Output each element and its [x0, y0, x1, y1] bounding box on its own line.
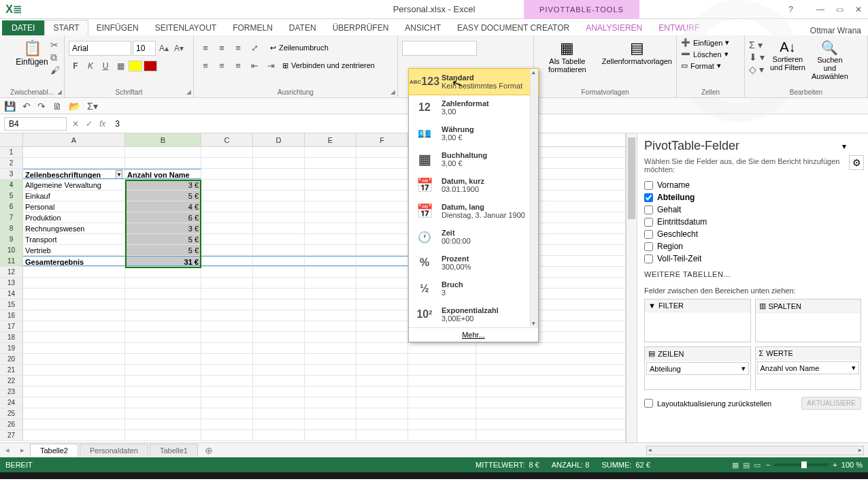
- values-drop-area[interactable]: ΣWERTE Anzahl von Name▾: [755, 346, 862, 390]
- number-format-select[interactable]: [402, 41, 477, 56]
- underline-button[interactable]: U: [99, 59, 112, 74]
- cell[interactable]: [23, 365, 125, 375]
- cell[interactable]: [305, 354, 356, 364]
- clipboard-dialog-launcher[interactable]: ◢: [57, 88, 62, 95]
- format-cells-button[interactable]: ▭Format▾: [681, 61, 740, 70]
- cell[interactable]: [253, 278, 305, 288]
- cell[interactable]: [305, 201, 356, 212]
- cell[interactable]: [356, 201, 408, 212]
- cell[interactable]: [201, 245, 253, 255]
- view-page-layout-icon[interactable]: ▤: [743, 461, 750, 470]
- cell[interactable]: [125, 147, 201, 157]
- filter-drop-area[interactable]: ▼FILTER: [644, 299, 751, 342]
- cell[interactable]: [253, 158, 305, 168]
- cell[interactable]: [23, 321, 125, 331]
- cell[interactable]: [253, 419, 305, 429]
- cell[interactable]: [305, 321, 356, 331]
- cell[interactable]: [356, 169, 408, 179]
- cell[interactable]: [305, 310, 356, 321]
- cell[interactable]: [356, 267, 408, 277]
- copy-icon[interactable]: ⧉: [50, 52, 60, 63]
- cell[interactable]: [201, 408, 253, 419]
- row-header-14[interactable]: 14: [0, 289, 23, 299]
- cell[interactable]: [23, 354, 125, 364]
- cell[interactable]: [253, 223, 305, 233]
- find-select-button[interactable]: 🔍 Suchen und Auswählen: [811, 39, 849, 80]
- qat-open-icon[interactable]: 📂: [69, 101, 80, 112]
- insert-cells-button[interactable]: ➕Einfügen▾: [681, 38, 740, 47]
- fx-icon[interactable]: fx: [99, 119, 105, 129]
- col-header-a[interactable]: A: [23, 133, 125, 146]
- cell[interactable]: [125, 158, 201, 168]
- cell[interactable]: [253, 321, 305, 331]
- cell[interactable]: [253, 310, 305, 321]
- clear-icon[interactable]: ◇ ▾: [749, 64, 765, 75]
- cell[interactable]: [23, 430, 125, 440]
- cell-styles-button[interactable]: ▤ Zellenformatvorlagen: [602, 39, 672, 74]
- cell[interactable]: [356, 376, 408, 386]
- font-color-button[interactable]: [144, 61, 157, 71]
- cell[interactable]: 3 €: [125, 223, 201, 233]
- qat-autosum-icon[interactable]: Σ▾: [87, 101, 98, 112]
- cell[interactable]: [125, 278, 201, 288]
- row-header-27[interactable]: 27: [0, 430, 23, 440]
- cell[interactable]: [125, 310, 201, 321]
- cell[interactable]: [23, 343, 125, 353]
- cell[interactable]: [305, 332, 356, 342]
- dropdown-scrollbar[interactable]: [530, 69, 538, 327]
- cell[interactable]: [23, 332, 125, 342]
- restore-button[interactable]: ▭: [830, 0, 849, 19]
- cell[interactable]: Rechnungswesen: [23, 223, 125, 233]
- zoom-slider[interactable]: [774, 463, 829, 466]
- cell[interactable]: [125, 376, 201, 386]
- cell[interactable]: Vertrieb: [23, 245, 125, 255]
- cell[interactable]: [305, 158, 356, 168]
- cell[interactable]: [408, 365, 476, 375]
- cell[interactable]: [356, 430, 408, 440]
- cell[interactable]: [201, 191, 253, 201]
- cell[interactable]: [253, 267, 305, 277]
- cell[interactable]: [201, 343, 253, 353]
- row-header-2[interactable]: 2: [0, 158, 23, 168]
- row-header-20[interactable]: 20: [0, 354, 23, 364]
- row-header-8[interactable]: 8: [0, 223, 23, 233]
- row-header-13[interactable]: 13: [0, 278, 23, 288]
- cell[interactable]: [201, 397, 253, 408]
- name-box[interactable]: [4, 117, 67, 131]
- cell[interactable]: [253, 299, 305, 310]
- field-item-vollteilzeit[interactable]: Voll-Teil-Zeit: [644, 252, 861, 265]
- cell[interactable]: [253, 376, 305, 386]
- minimize-button[interactable]: —: [811, 0, 830, 19]
- view-page-break-icon[interactable]: ▭: [754, 461, 761, 470]
- sheet-tab-personaldaten[interactable]: Personaldaten: [80, 444, 148, 457]
- row-header-4[interactable]: 4: [0, 180, 23, 190]
- cell[interactable]: [305, 343, 356, 353]
- cell[interactable]: Produktion: [23, 212, 125, 223]
- cancel-formula-icon[interactable]: ✕: [72, 119, 79, 129]
- qat-save-icon[interactable]: 💾: [4, 101, 16, 112]
- row-header-1[interactable]: 1: [0, 147, 23, 157]
- tab-ueberpruefen[interactable]: ÜBERPRÜFEN: [324, 20, 397, 35]
- add-sheet-button[interactable]: ⊕: [199, 445, 218, 456]
- field-item-geschlecht[interactable]: Geschlecht: [644, 228, 861, 240]
- enter-formula-icon[interactable]: ✓: [86, 119, 93, 129]
- cell[interactable]: [201, 387, 253, 397]
- tab-analysieren[interactable]: ANALYSIEREN: [578, 20, 650, 35]
- cell[interactable]: [201, 267, 253, 277]
- row-header-25[interactable]: 25: [0, 408, 23, 419]
- cell[interactable]: [125, 397, 201, 408]
- cell[interactable]: [408, 408, 476, 419]
- cell[interactable]: [253, 201, 305, 212]
- values-item-anzahl[interactable]: Anzahl von Name▾: [757, 361, 860, 374]
- field-checkbox[interactable]: [644, 206, 653, 214]
- cell[interactable]: [125, 321, 201, 331]
- cell[interactable]: [201, 299, 253, 310]
- cell[interactable]: [253, 289, 305, 299]
- rows-drop-area[interactable]: ▤ZEILEN Abteilung▾: [644, 346, 751, 390]
- cell[interactable]: [253, 387, 305, 397]
- pivot-filter-button[interactable]: ▾: [116, 170, 122, 179]
- cell[interactable]: [23, 289, 125, 299]
- cell[interactable]: [356, 387, 408, 397]
- qat-new-icon[interactable]: 🗎: [52, 101, 62, 112]
- cell[interactable]: [253, 256, 305, 266]
